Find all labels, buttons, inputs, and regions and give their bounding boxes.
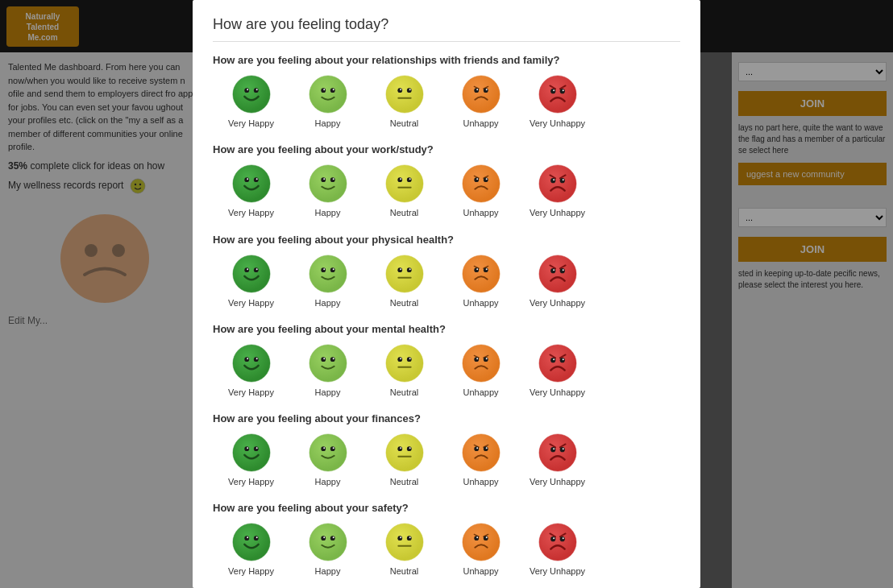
svg-point-75 [332,268,334,270]
emoji-row-relationships: Very Happy Happy [213,74,680,129]
emoji-option-safety-very_unhappy[interactable]: Very Unhappy [527,522,588,577]
emoji-option-physical-neutral[interactable]: Neutral [374,254,434,308]
svg-point-19 [400,89,401,90]
emoji-option-physical-very_happy[interactable]: Very Happy [221,254,281,308]
emoji-option-mental-unhappy[interactable]: Unhappy [451,343,511,398]
svg-point-134 [323,447,325,449]
svg-point-108 [406,357,411,362]
emoji-face-happy [308,433,348,476]
emoji-face-neutral [384,343,425,387]
svg-point-16 [385,76,422,113]
svg-point-10 [255,89,257,90]
svg-point-170 [409,537,410,539]
svg-point-104 [323,358,325,359]
svg-point-14 [323,89,325,90]
emoji-option-relationships-very_unhappy[interactable]: Very Unhappy [527,74,588,129]
emoji-face-neutral [384,74,425,118]
svg-point-27 [476,89,478,90]
svg-point-112 [462,345,499,382]
emoji-option-work-neutral[interactable]: Neutral [374,164,434,218]
svg-point-140 [409,447,410,449]
emoji-option-work-unhappy[interactable]: Unhappy [451,164,511,218]
emoji-label-happy: Happy [315,118,341,129]
emoji-option-finances-happy[interactable]: Happy [297,433,358,487]
emoji-face-unhappy [461,522,501,565]
svg-point-56 [483,178,488,183]
svg-point-169 [400,537,401,539]
emoji-face-neutral [384,522,425,565]
svg-point-12 [321,88,326,93]
emoji-option-physical-happy[interactable]: Happy [297,254,358,308]
emoji-option-mental-very_unhappy[interactable]: Very Unhappy [527,343,588,398]
svg-point-156 [232,524,269,561]
svg-point-15 [332,89,334,90]
emoji-label-very_unhappy: Very Unhappy [530,565,585,577]
svg-point-159 [247,537,248,539]
emoji-option-safety-neutral[interactable]: Neutral [374,522,434,577]
svg-point-135 [332,447,334,449]
svg-point-105 [332,358,334,359]
svg-point-182 [550,537,555,542]
svg-point-28 [485,89,487,90]
svg-point-86 [483,267,488,272]
emoji-option-finances-very_happy[interactable]: Very Happy [221,433,281,487]
emoji-option-work-happy[interactable]: Happy [297,164,358,218]
svg-point-110 [409,358,410,359]
svg-point-97 [244,357,249,362]
emoji-label-happy: Happy [315,476,341,487]
svg-point-20 [409,89,410,90]
emoji-row-finances: Very Happy Happy [213,433,680,487]
svg-point-146 [483,446,488,451]
emoji-label-unhappy: Unhappy [463,118,498,129]
emoji-option-mental-neutral[interactable]: Neutral [374,343,434,398]
emoji-option-finances-very_unhappy[interactable]: Very Unhappy [527,433,588,487]
emoji-face-unhappy [461,74,501,118]
emoji-option-relationships-happy[interactable]: Happy [297,74,358,129]
svg-point-155 [562,448,563,449]
svg-point-52 [462,165,499,202]
emoji-option-safety-unhappy[interactable]: Unhappy [451,522,511,577]
emoji-face-happy [308,343,348,387]
emoji-face-neutral [384,254,425,297]
svg-point-72 [321,267,326,272]
emoji-label-very_unhappy: Very Unhappy [530,297,585,308]
emoji-option-relationships-very_happy[interactable]: Very Happy [221,74,281,129]
svg-point-119 [538,345,575,382]
emoji-option-finances-neutral[interactable]: Neutral [374,433,434,487]
svg-point-63 [559,178,564,183]
modal-dialog: How are you feeling today? How are you f… [193,0,700,588]
emoji-option-work-very_unhappy[interactable]: Very Unhappy [527,164,588,218]
emoji-face-very-happy [231,74,272,118]
svg-point-176 [483,536,488,541]
svg-point-107 [397,357,402,362]
svg-point-166 [385,524,422,561]
svg-point-87 [476,268,478,270]
svg-point-172 [462,524,499,561]
emoji-option-physical-unhappy[interactable]: Unhappy [451,254,511,308]
emoji-option-finances-unhappy[interactable]: Unhappy [451,433,511,487]
emoji-row-physical: Very Happy Happy [213,254,680,308]
emoji-option-relationships-neutral[interactable]: Neutral [374,74,434,129]
emoji-option-relationships-unhappy[interactable]: Unhappy [451,74,511,129]
svg-point-95 [562,269,563,271]
modal-title: How are you feeling today? [213,16,680,42]
emoji-option-safety-very_happy[interactable]: Very Happy [221,522,281,577]
svg-point-74 [323,268,325,270]
svg-point-102 [321,357,326,362]
emoji-option-mental-happy[interactable]: Happy [297,343,358,398]
emoji-option-work-very_happy[interactable]: Very Happy [221,164,281,218]
emoji-option-mental-very_happy[interactable]: Very Happy [221,343,281,398]
svg-point-164 [323,537,325,539]
emoji-option-safety-happy[interactable]: Happy [297,522,358,577]
emoji-label-neutral: Neutral [390,118,418,129]
emoji-option-physical-very_unhappy[interactable]: Very Unhappy [527,254,588,308]
svg-point-58 [485,179,487,180]
svg-point-130 [255,447,257,449]
svg-point-92 [550,268,555,273]
emoji-label-very_happy: Very Happy [228,207,274,218]
svg-point-64 [553,180,554,181]
svg-point-106 [385,345,422,382]
svg-point-93 [559,268,564,273]
questions-container: How are you feeling about your relations… [213,54,680,588]
svg-point-109 [400,358,401,359]
